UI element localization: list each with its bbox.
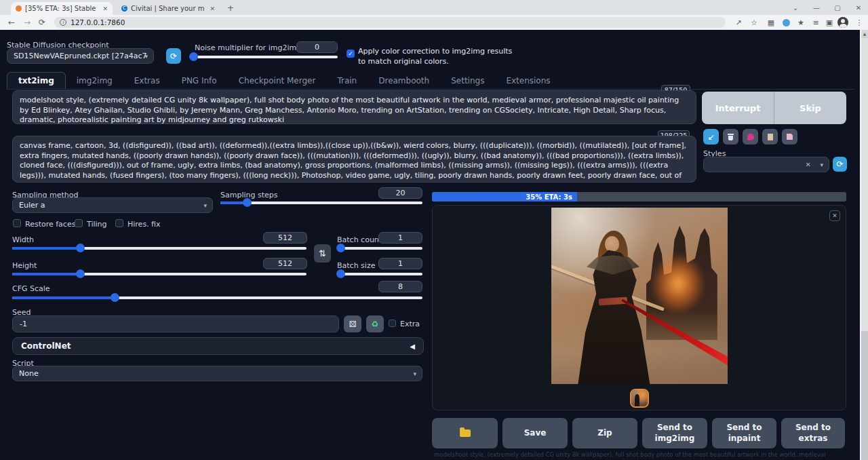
reload-icon[interactable]: ⟳ <box>36 16 48 28</box>
window-close-button[interactable]: ✕ <box>850 0 867 15</box>
tab-png-info[interactable]: PNG Info <box>171 73 228 89</box>
random-seed-button[interactable]: ⚄ <box>344 315 361 332</box>
send-to-extras-button[interactable]: Send to extras <box>781 418 845 448</box>
swap-dimensions-button[interactable]: ⇅ <box>314 244 331 263</box>
save-button[interactable]: Save <box>502 418 568 448</box>
interrupt-button[interactable]: Interrupt <box>702 92 774 124</box>
cfg-scale-value[interactable]: 8 <box>378 281 422 292</box>
page-scrollbar[interactable]: ▲ <box>860 30 868 460</box>
batch-count-value[interactable]: 1 <box>378 232 422 244</box>
send-to-img2img-button[interactable]: Send to img2img <box>642 418 707 448</box>
chevron-down-icon: ▾ <box>144 53 148 60</box>
new-tab-button[interactable]: + <box>224 0 237 15</box>
tab-train[interactable]: Train <box>326 73 368 89</box>
extra-seed-checkbox[interactable] <box>389 320 396 327</box>
window-restore-button[interactable]: ▢ <box>829 0 846 15</box>
slider-knob[interactable] <box>243 198 252 207</box>
slider-knob[interactable] <box>111 293 119 302</box>
reuse-seed-button[interactable]: ♻ <box>366 315 384 332</box>
back-icon[interactable]: ← <box>5 16 18 28</box>
window-minimize-button[interactable]: — <box>808 0 825 15</box>
script-dropdown[interactable]: None ▾ <box>12 366 422 381</box>
gallery-close-button[interactable]: ✕ <box>829 210 840 221</box>
styles-refresh-button[interactable]: ⟳ <box>833 157 847 172</box>
styles-dropdown[interactable]: ✕ ▾ <box>703 157 829 172</box>
reading-list-icon[interactable]: ≡ <box>810 16 822 28</box>
clear-styles-icon[interactable]: ✕ <box>806 161 811 168</box>
tab-checkpoint-merger[interactable]: Checkpoint Merger <box>228 73 327 89</box>
sampling-steps-slider[interactable] <box>220 198 422 208</box>
sampler-dropdown[interactable]: Euler a ▾ <box>12 197 213 213</box>
tab-settings[interactable]: Settings <box>440 73 495 89</box>
bookmark-star-icon[interactable]: ☆ <box>748 16 760 28</box>
tab-close-icon[interactable]: ✕ <box>210 5 215 12</box>
clipboard-icon <box>768 134 773 140</box>
forward-icon[interactable]: → <box>21 16 33 28</box>
height-value[interactable]: 512 <box>263 258 307 269</box>
tab-close-icon[interactable]: ✕ <box>102 5 108 12</box>
checkpoint-dropdown[interactable]: SD15NewVAEpruned.ckpt [27a4ac756c] ▾ <box>7 48 154 64</box>
scrollbar-thumb[interactable] <box>861 38 868 331</box>
extra-networks-button[interactable] <box>743 129 758 145</box>
folder-icon <box>460 429 471 437</box>
cfg-scale-slider[interactable] <box>12 293 422 303</box>
skip-button[interactable]: Skip <box>774 92 846 124</box>
seed-input[interactable]: -1 <box>12 315 339 332</box>
batch-size-value[interactable]: 1 <box>378 258 422 269</box>
tiling-label: Tiling <box>87 220 107 229</box>
checkpoint-refresh-button[interactable]: ⟳ <box>166 48 181 64</box>
negative-prompt-textarea[interactable]: canvas frame, cartoon, 3d, ((disfigured)… <box>12 136 696 183</box>
generated-image[interactable] <box>551 208 728 384</box>
cfg-scale-label: CFG Scale <box>12 284 50 293</box>
zip-button[interactable]: Zip <box>572 418 637 448</box>
browser-tab-stable-diffusion[interactable]: [35% ETA: 3s] Stable Diffusion ✕ <box>11 2 113 15</box>
tab-img2img[interactable]: img2img <box>66 73 123 89</box>
tiling-checkbox[interactable] <box>75 219 83 227</box>
slider-knob[interactable] <box>336 269 345 278</box>
window-chevron-icon[interactable]: ⌄ <box>787 0 804 15</box>
sampling-steps-value[interactable]: 20 <box>378 187 422 199</box>
height-slider[interactable] <box>12 269 307 279</box>
extensions-puzzle-icon[interactable]: ★ <box>795 16 807 28</box>
slider-knob[interactable] <box>189 52 198 61</box>
script-value: None <box>19 369 39 378</box>
slider-knob[interactable] <box>336 244 345 252</box>
extension-grid-icon[interactable]: ▦ <box>765 16 777 28</box>
controlnet-accordion[interactable]: ControlNet ◀ <box>12 337 424 355</box>
extension-blue-icon[interactable] <box>780 16 792 28</box>
scrollbar-up-arrow[interactable]: ▲ <box>861 30 868 37</box>
paste-generation-params-button[interactable]: ↙ <box>703 129 719 145</box>
avatar-icon <box>837 17 848 28</box>
side-panel-icon[interactable]: ▣ <box>823 16 835 28</box>
batch-size-slider[interactable] <box>337 269 422 279</box>
browser-menu-icon[interactable]: ⋮ <box>853 16 865 28</box>
site-info-icon[interactable]: i <box>60 19 66 26</box>
prompt-textarea[interactable]: modelshoot style, (extremely detailed CG… <box>12 90 696 124</box>
collapse-arrow-icon: ◀ <box>410 343 415 350</box>
share-icon[interactable]: ↗ <box>732 16 745 28</box>
gallery-thumbnail-selected[interactable] <box>630 389 649 408</box>
width-slider[interactable] <box>12 244 307 253</box>
save-style-button[interactable] <box>782 129 797 145</box>
noise-multiplier-value[interactable]: 0 <box>296 41 338 53</box>
clear-prompt-button[interactable] <box>723 129 738 145</box>
slider-knob[interactable] <box>76 244 85 252</box>
tab-extensions[interactable]: Extensions <box>495 73 561 89</box>
color-correction-checkbox[interactable]: ✓ <box>347 50 355 58</box>
apply-styles-button[interactable] <box>762 129 778 145</box>
slider-knob[interactable] <box>76 269 85 278</box>
send-to-inpaint-button[interactable]: Send to inpaint <box>712 418 776 448</box>
restore-faces-checkbox[interactable] <box>13 219 21 227</box>
url-bar[interactable]: i 127.0.0.1:7860 <box>54 17 726 28</box>
browser-tab-civitai[interactable]: C Civitai | Share your models ✕ <box>117 2 220 15</box>
batch-count-slider[interactable] <box>337 244 422 253</box>
tab-dreambooth[interactable]: Dreambooth <box>368 73 440 89</box>
width-value[interactable]: 512 <box>263 232 307 244</box>
tab-title: [35% ETA: 3s] Stable Diffusion <box>25 5 98 12</box>
tab-extras[interactable]: Extras <box>123 73 171 89</box>
noise-multiplier-slider[interactable] <box>191 52 338 62</box>
open-folder-button[interactable] <box>432 418 498 448</box>
profile-avatar[interactable] <box>837 16 849 28</box>
tab-txt2img[interactable]: txt2img <box>7 72 66 89</box>
hires-fix-checkbox[interactable] <box>115 219 123 227</box>
